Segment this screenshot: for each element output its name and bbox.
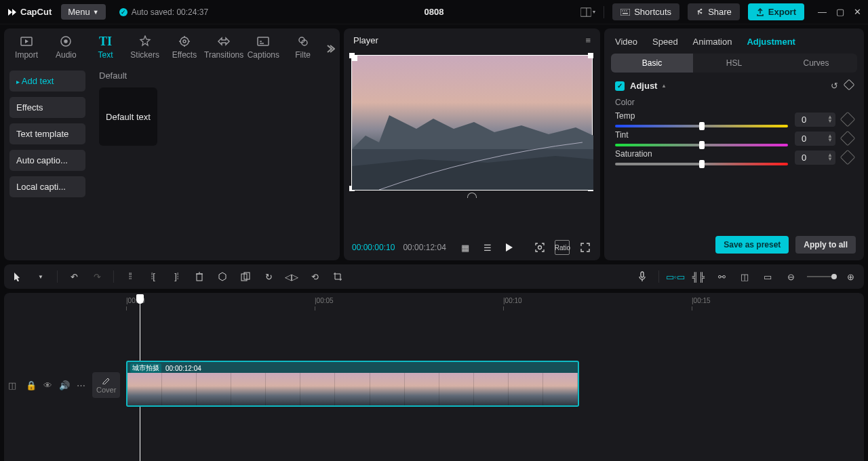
temp-value[interactable]: 0▲▼ bbox=[795, 113, 835, 127]
reset-icon[interactable]: ↺ bbox=[831, 81, 838, 91]
mirror-tool[interactable]: ◁▷ bbox=[285, 270, 298, 283]
temp-slider[interactable] bbox=[615, 125, 788, 127]
player-menu-icon[interactable]: ≡ bbox=[585, 35, 591, 45]
preview-mon-icon[interactable]: ▭ bbox=[761, 270, 774, 283]
text-side-item[interactable]: Local capti... bbox=[9, 176, 85, 197]
media-tab-import[interactable]: Import bbox=[7, 33, 46, 65]
delete-tool[interactable] bbox=[193, 270, 206, 283]
pointer-tool[interactable] bbox=[11, 270, 24, 283]
collapse-icon[interactable]: ▴ bbox=[663, 83, 665, 89]
adjust-checkbox[interactable]: ✓ bbox=[615, 81, 625, 91]
redo-button[interactable]: ↷ bbox=[90, 270, 104, 283]
document-title[interactable]: 0808 bbox=[425, 7, 444, 17]
subtab-basic[interactable]: Basic bbox=[611, 54, 693, 73]
text-side-item[interactable]: Add text bbox=[9, 71, 85, 92]
inspector-tab-adjustment[interactable]: Adjustment bbox=[747, 37, 795, 47]
close-icon[interactable]: ✕ bbox=[854, 7, 861, 17]
split-tool[interactable]: ⦙⦙ bbox=[123, 270, 137, 283]
link-icon[interactable]: ⚯ bbox=[715, 270, 728, 283]
eye-icon[interactable]: 👁 bbox=[43, 380, 52, 390]
media-tab-effects[interactable]: Effects bbox=[165, 33, 204, 65]
text-side-item[interactable]: Auto captio... bbox=[9, 150, 85, 171]
zoom-out-icon[interactable]: ⊖ bbox=[784, 270, 797, 283]
more-icon[interactable]: ⋯ bbox=[77, 380, 85, 390]
saturation-slider[interactable] bbox=[615, 163, 788, 165]
keyframe-button[interactable] bbox=[840, 112, 856, 127]
ruler-tick: |00:15 bbox=[692, 297, 711, 304]
trim-left-tool[interactable]: ⦙[ bbox=[146, 270, 160, 283]
tint-value[interactable]: 0▲▼ bbox=[795, 132, 835, 146]
auto-saved-status: ✓ Auto saved: 00:24:37 bbox=[119, 7, 208, 17]
text-content: Default Default text bbox=[91, 65, 340, 260]
fullscreen-icon[interactable] bbox=[578, 240, 592, 255]
video-clip[interactable]: 城市拍摄 00:00:12:04 bbox=[126, 361, 579, 407]
slider-label: Tint bbox=[615, 130, 788, 140]
ratio-button[interactable]: Ratio bbox=[555, 240, 570, 255]
maximize-icon[interactable]: ▢ bbox=[836, 7, 844, 17]
ruler-tick: |00:10 bbox=[503, 297, 522, 304]
svg-point-14 bbox=[183, 40, 186, 43]
text-side-item[interactable]: Text template bbox=[9, 123, 85, 144]
svg-rect-26 bbox=[641, 272, 644, 277]
minimize-icon[interactable]: — bbox=[818, 7, 827, 17]
tint-slider[interactable] bbox=[615, 144, 788, 146]
zoom-in-icon[interactable]: ⊕ bbox=[844, 270, 857, 283]
media-tab-captions[interactable]: Captions bbox=[243, 33, 283, 65]
media-tab-stickers[interactable]: Stickers bbox=[125, 33, 165, 65]
saturation-value[interactable]: 0▲▼ bbox=[795, 151, 835, 165]
shortcuts-button[interactable]: Shortcuts bbox=[612, 3, 679, 20]
keyframe-button[interactable] bbox=[840, 150, 856, 165]
marker-tool[interactable] bbox=[216, 270, 229, 283]
inspector-tab-animation[interactable]: Animation bbox=[693, 37, 732, 47]
copy-tool[interactable] bbox=[239, 270, 252, 283]
pointer-menu[interactable]: ▼ bbox=[34, 270, 47, 283]
layout-icon[interactable]: ▾ bbox=[580, 5, 595, 20]
mic-icon[interactable] bbox=[635, 270, 649, 283]
menu-button[interactable]: Menu ▼ bbox=[61, 4, 105, 20]
svg-point-12 bbox=[64, 40, 67, 43]
rotate-tool[interactable]: ⟲ bbox=[308, 270, 321, 283]
media-tab-transitions[interactable]: Transitions bbox=[204, 33, 243, 65]
speaker-icon[interactable]: 🔊 bbox=[59, 380, 70, 390]
split-view-icon[interactable]: ◫ bbox=[738, 270, 751, 283]
zoom-slider[interactable] bbox=[807, 276, 834, 277]
timeline-toolbar: ▼ ↶ ↷ ⦙⦙ ⦙[ ]⦙ ↻ ◁▷ ⟲ ▭◦▭ ╣╠ ⚯ ◫ ▭ ⊖ ⊕ bbox=[4, 264, 864, 289]
top-right-controls: ▾ Shortcuts Share Export — ▢ ✕ bbox=[580, 3, 861, 20]
subtab-curves[interactable]: Curves bbox=[775, 54, 857, 73]
svg-marker-21 bbox=[506, 243, 513, 252]
export-button[interactable]: Export bbox=[748, 3, 804, 20]
lock-icon[interactable]: 🔒 bbox=[26, 380, 37, 390]
color-section-label: Color bbox=[604, 95, 864, 110]
app-name: CapCut bbox=[20, 7, 52, 17]
text-side-item[interactable]: Effects bbox=[9, 97, 85, 118]
preview-canvas[interactable] bbox=[351, 55, 593, 191]
magnet-icon[interactable]: ▭◦▭ bbox=[669, 270, 682, 283]
default-text-thumb[interactable]: Default text bbox=[99, 87, 157, 146]
media-tabs: ImportAudioTITextStickersEffectsTransiti… bbox=[4, 28, 340, 65]
keyframe-icon[interactable] bbox=[844, 79, 855, 91]
undo-button[interactable]: ↶ bbox=[67, 270, 81, 283]
keyframe-button[interactable] bbox=[840, 131, 856, 146]
media-tab-filte[interactable]: Filte bbox=[283, 33, 322, 65]
track-collapse-icon[interactable]: ◫ bbox=[8, 380, 19, 390]
handle-icon[interactable] bbox=[467, 193, 477, 198]
subtab-hsl[interactable]: HSL bbox=[693, 54, 775, 73]
media-tab-audio[interactable]: Audio bbox=[46, 33, 85, 65]
scan-icon[interactable] bbox=[533, 240, 547, 255]
media-tab-text[interactable]: TIText bbox=[85, 33, 125, 65]
reverse-tool[interactable]: ↻ bbox=[262, 270, 275, 283]
play-button[interactable] bbox=[502, 240, 517, 255]
align-icon[interactable]: ╣╠ bbox=[692, 270, 705, 283]
inspector-tab-video[interactable]: Video bbox=[615, 37, 637, 47]
trim-right-tool[interactable]: ]⦙ bbox=[170, 270, 183, 283]
crop-tool[interactable] bbox=[331, 270, 344, 283]
category-label: Default bbox=[99, 71, 332, 81]
more-tabs-icon[interactable] bbox=[323, 43, 337, 54]
svg-rect-0 bbox=[580, 7, 591, 16]
apply-all-button[interactable]: Apply to all bbox=[795, 236, 856, 254]
list-icon[interactable]: ☰ bbox=[480, 240, 494, 255]
save-preset-button[interactable]: Save as preset bbox=[715, 236, 789, 254]
inspector-tab-speed[interactable]: Speed bbox=[652, 37, 678, 47]
share-button[interactable]: Share bbox=[688, 3, 740, 20]
grid-icon[interactable]: ▦ bbox=[458, 240, 473, 255]
